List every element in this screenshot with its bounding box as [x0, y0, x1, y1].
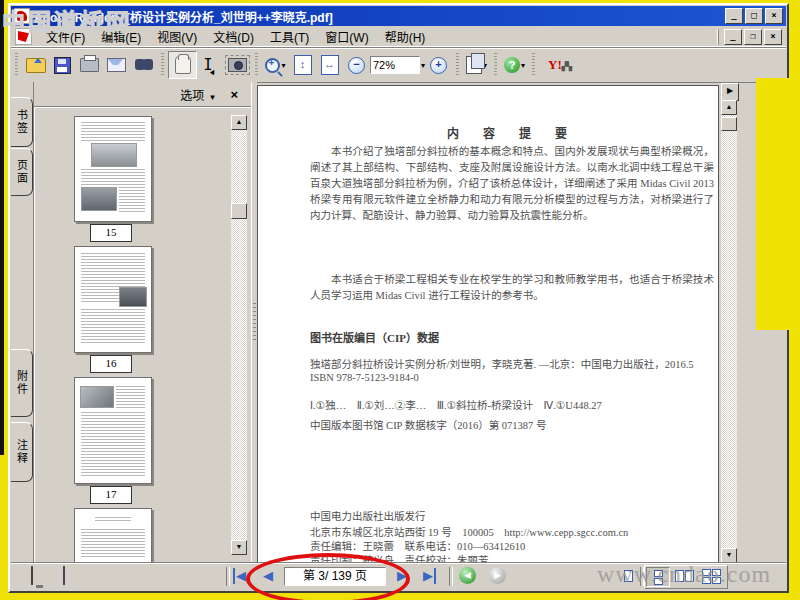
- next-view-button[interactable]: ▶: [489, 567, 506, 584]
- menu-help[interactable]: 帮助(H): [377, 26, 434, 47]
- page-thumbnail-16[interactable]: [74, 246, 152, 353]
- fit-width-icon: ↔: [321, 55, 339, 75]
- last-page-button[interactable]: ▶: [423, 568, 436, 584]
- thumb-page-number: 17: [90, 486, 132, 504]
- email-button[interactable]: [103, 52, 130, 78]
- continuous-icon: [654, 570, 663, 585]
- pages-panel: 选项 ▼ × 15 16: [33, 82, 252, 563]
- panel-close-button[interactable]: ×: [230, 87, 238, 102]
- tab-label: 页面: [14, 159, 30, 185]
- close-button[interactable]: ×: [765, 8, 783, 24]
- doc-minimize-button[interactable]: _: [724, 29, 742, 45]
- toolbar-grip[interactable]: [255, 53, 258, 77]
- sidebar-tab-pages[interactable]: 页面: [11, 148, 33, 196]
- page-number-text: 16: [106, 357, 117, 369]
- pdf-page[interactable]: 内 容 提 要 本书介绍了独塔部分斜拉桥的基本概念和特点、国内外发展现状与典型桥…: [257, 85, 719, 569]
- window-icon: [63, 566, 65, 585]
- hand-tool-button[interactable]: [168, 51, 197, 79]
- select-text-button[interactable]: I: [197, 52, 224, 78]
- thumb-text: [119, 187, 145, 213]
- thumb-page-number: 15: [90, 224, 132, 242]
- continuous-layout-button[interactable]: [646, 567, 670, 587]
- menu-tools[interactable]: 工具(T): [262, 26, 317, 47]
- zoom-out-button[interactable]: −: [343, 52, 370, 78]
- page-number-field[interactable]: 第 3/ 139 页: [284, 567, 386, 586]
- page-thumbnail-partial[interactable]: [74, 508, 152, 563]
- fit-page-button[interactable]: ↕: [289, 52, 316, 78]
- menu-file[interactable]: 文件(F): [38, 26, 93, 47]
- monitor-icon: [31, 566, 33, 585]
- page-thumbnail-15[interactable]: [74, 116, 152, 222]
- toolbar-grip[interactable]: [494, 53, 497, 77]
- single-page-layout-button[interactable]: [617, 567, 639, 585]
- cip-classification: Ⅰ.①独… Ⅱ.①刘…②李… Ⅲ.①斜拉桥-桥梁设计 Ⅳ.①U448.27: [310, 397, 714, 412]
- scrollbar-thumb[interactable]: [231, 203, 247, 219]
- yahoo-search-button[interactable]: Y!: [539, 52, 579, 78]
- page-thumbnail-17[interactable]: [74, 377, 152, 484]
- magnifier-plus-icon: [265, 58, 280, 73]
- help-button[interactable]: ?▾: [501, 52, 528, 78]
- scroll-down-button[interactable]: ▼: [721, 548, 737, 563]
- doc-close-button[interactable]: ×: [764, 29, 782, 45]
- tab-label: 书签: [14, 109, 30, 135]
- open-button[interactable]: [22, 52, 49, 78]
- snapshot-button[interactable]: [224, 52, 251, 78]
- page-display-button[interactable]: ▾: [463, 52, 490, 78]
- facing-layout-button[interactable]: [673, 567, 695, 585]
- thumb-text: [81, 309, 145, 345]
- toolbar-grip[interactable]: [15, 53, 18, 77]
- sidebar-tab-bookmarks[interactable]: 书签: [11, 97, 33, 147]
- sidebar-tab-attachments[interactable]: 附件: [11, 349, 33, 417]
- print-button[interactable]: [76, 52, 103, 78]
- sidebar-tab-comments[interactable]: 注释: [11, 422, 33, 482]
- thumbnails-scrollbar[interactable]: ▲ ▼: [231, 115, 247, 555]
- publisher-line: 责任编辑：王晓蕾 联系电话：010—63412610: [310, 538, 714, 553]
- scroll-up-button[interactable]: ▲: [231, 115, 247, 130]
- adobe-reader-icon: [14, 8, 30, 24]
- toolbar: I ▾ ↕ ↔ − ▾ + ▾ ?▾ Y!: [11, 48, 786, 83]
- previous-view-button[interactable]: ◀: [459, 567, 476, 584]
- toolbar-grip[interactable]: [456, 53, 459, 77]
- single-page-icon: [624, 570, 633, 582]
- toolbar-grip[interactable]: [532, 53, 535, 77]
- pdf-document-icon[interactable]: [15, 28, 32, 45]
- thumb-photo: [81, 187, 117, 211]
- continuous-facing-layout-button[interactable]: [700, 567, 722, 585]
- doc-summary-title: 内 容 提 要: [310, 124, 710, 142]
- splitter-grip[interactable]: [253, 303, 256, 343]
- dropdown-caret-icon: ▾: [521, 61, 525, 70]
- fit-width-button[interactable]: ↔: [316, 52, 343, 78]
- title-bar[interactable]: Adobe Reader - [桥设计实例分析_刘世明++李晓克.pdf] _ …: [11, 6, 786, 26]
- window-view-button[interactable]: [63, 567, 82, 584]
- save-button[interactable]: [49, 52, 76, 78]
- menu-window[interactable]: 窗口(W): [317, 26, 376, 47]
- toolbar-grip[interactable]: [161, 53, 164, 77]
- previous-page-button[interactable]: ◀: [263, 568, 273, 584]
- fullscreen-view-button[interactable]: [31, 567, 50, 584]
- text-select-icon: I: [204, 56, 218, 74]
- zoom-in-button[interactable]: +: [425, 52, 452, 78]
- next-page-button[interactable]: ▶: [397, 568, 407, 584]
- scroll-up-button[interactable]: ▲: [721, 100, 737, 115]
- menu-document[interactable]: 文档(D): [205, 26, 262, 47]
- scrollbar-thumb[interactable]: [721, 117, 737, 131]
- pane-arrow-button[interactable]: ▶: [721, 83, 739, 101]
- document-pane: 内 容 提 要 本书介绍了独塔部分斜拉桥的基本概念和特点、国内外发展现状与典型桥…: [257, 82, 786, 563]
- menu-edit[interactable]: 编辑(E): [93, 26, 149, 47]
- page-number-text: 17: [106, 488, 117, 500]
- zoom-level-field[interactable]: [370, 56, 420, 74]
- zoom-tool-button[interactable]: ▾: [262, 52, 289, 78]
- thumb-text: [81, 169, 145, 185]
- doc-restore-button[interactable]: ❐: [744, 29, 762, 45]
- search-button[interactable]: [130, 52, 157, 78]
- minimize-button[interactable]: _: [725, 8, 743, 24]
- document-scrollbar[interactable]: ▶ ▲ ▼: [721, 83, 737, 563]
- scroll-down-button[interactable]: ▼: [231, 540, 247, 555]
- zoom-in-icon: +: [430, 57, 447, 74]
- open-folder-icon: [26, 58, 46, 73]
- menu-view[interactable]: 视图(V): [149, 26, 205, 47]
- maximize-button[interactable]: □: [745, 8, 763, 24]
- first-page-button[interactable]: ◀: [233, 568, 246, 584]
- statusbar-divider: [226, 567, 230, 586]
- options-menu-button[interactable]: 选项 ▼: [180, 86, 216, 103]
